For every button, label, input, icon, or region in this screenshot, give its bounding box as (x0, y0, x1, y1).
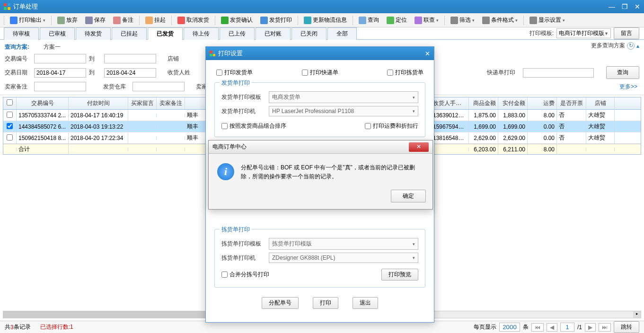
print-template-select[interactable]: 电商订单打印模版▼ (556, 28, 611, 38)
tab-已发货[interactable]: 已发货 (148, 27, 183, 40)
input-warehouse[interactable] (132, 82, 185, 91)
per-page-label: 每页显示 (474, 323, 496, 331)
toolbar-备注[interactable]: 备注 (110, 15, 136, 26)
tab-待上传[interactable]: 待上传 (184, 27, 219, 40)
unit-label: 条 (523, 323, 529, 331)
picking-print-group: 拣货单打印 拣货单打印模板 拣货单打印模版▾ 拣货单打印机 ZDesigner … (214, 229, 425, 288)
input-express-print[interactable] (523, 68, 594, 78)
col-header[interactable]: 运费 (528, 97, 557, 109)
tab-待发货[interactable]: 待发货 (76, 27, 111, 40)
col-header[interactable]: 收货人手机号 (431, 97, 469, 109)
dialog-icon (210, 51, 215, 56)
tab-全部[interactable]: 全部 (327, 27, 357, 40)
print-dialog-close-icon[interactable]: ✕ (425, 50, 430, 57)
delivery-tpl-select[interactable]: 电商发货单▾ (269, 91, 418, 103)
page-current[interactable] (560, 323, 574, 332)
print-template-label: 打印模板: (529, 29, 554, 37)
titlebar: 订单处理 — ❐ ✕ (0, 0, 644, 13)
error-close-icon[interactable]: ✕ (409, 142, 429, 152)
chk-print-picking[interactable]: 打印拣货单 (387, 69, 423, 77)
app-icon (4, 3, 10, 10)
message-button[interactable]: 留言 (614, 27, 639, 39)
total-suf: 条记录 (14, 323, 31, 331)
info-icon: i (217, 163, 234, 180)
chk-sort-by-goods[interactable]: 按照发货商品组合排序 (221, 122, 286, 130)
delivery-printer-select[interactable]: HP LaserJet Professional P1108▾ (269, 106, 418, 116)
more-search-plans[interactable]: 更多查询方案 (591, 42, 625, 50)
toolbar-放弃[interactable]: 放弃 (54, 15, 80, 26)
chk-merge-picking[interactable]: 合并分拣号打印 (221, 269, 269, 280)
tab-已对账[interactable]: 已对账 (256, 27, 291, 40)
tab-已审核[interactable]: 已审核 (40, 27, 75, 40)
toolbar-保存[interactable]: 保存 (82, 15, 108, 26)
field-trade-date: 交易日期 (5, 69, 31, 77)
toolbar-更新物流信息[interactable]: 更新物流信息 (301, 15, 350, 26)
toolbar-打印输出[interactable]: 打印输出 ▾ (7, 15, 48, 26)
field-seller-note: 卖家备注 (5, 83, 31, 91)
minimize-icon[interactable]: — (609, 3, 615, 10)
input-trade-id-to[interactable] (104, 54, 156, 63)
toolbar-查询[interactable]: 查询 (356, 15, 382, 26)
total-pre: 共 (5, 323, 10, 331)
col-header[interactable]: 店铺 (586, 97, 615, 109)
field-warehouse: 发货仓库 (103, 83, 130, 91)
tab-待审核[interactable]: 待审核 (4, 27, 39, 40)
delivery-tpl-label: 发货单打印模板 (221, 93, 264, 101)
col-header[interactable]: 买家留言 (128, 97, 157, 109)
page-last[interactable]: ⏭ (599, 323, 611, 332)
picking-printer-select[interactable]: ZDesigner GK888t (EPL)▾ (269, 253, 418, 263)
close-icon[interactable]: ✕ (635, 3, 640, 10)
page-first[interactable]: ⏮ (531, 323, 544, 332)
page-next[interactable]: ▶ (585, 323, 596, 332)
chk-print-fee-discount[interactable]: 打印运费和折扣行 (365, 122, 418, 130)
col-header[interactable]: 卖家备注 (157, 97, 185, 109)
selected-count: 已选择行数:1 (40, 323, 73, 331)
toolbar-定位[interactable]: 定位 (384, 15, 410, 26)
col-header[interactable]: 实付金额 (498, 97, 528, 109)
label-to-2: 到 (89, 69, 101, 77)
search-plan-value[interactable]: 方案一 (44, 43, 61, 51)
toolbar-取消发货[interactable]: 取消发货 (175, 15, 212, 26)
toolbar-发货打印[interactable]: 发货打印 (257, 15, 295, 26)
col-header[interactable]: 是否开票 (557, 97, 586, 109)
tab-已关闭[interactable]: 已关闭 (291, 27, 326, 40)
toolbar-挂起[interactable]: 挂起 (142, 15, 168, 26)
jump-button[interactable]: 跳转 (614, 321, 639, 333)
field-express-print: 快递单打印 (487, 69, 520, 77)
input-date-from[interactable] (34, 68, 86, 78)
input-seller-note[interactable] (34, 82, 86, 91)
page-prev[interactable]: ◀ (547, 323, 557, 332)
field-shop: 店铺 (168, 55, 191, 63)
col-header[interactable]: 商品金额 (469, 97, 498, 109)
picking-tpl-label: 拣货单打印模板 (221, 240, 264, 248)
col-header[interactable] (3, 97, 17, 109)
print-button[interactable]: 打印 (313, 297, 338, 309)
per-page-input[interactable] (499, 323, 520, 332)
error-ok-button[interactable]: 确定 (391, 190, 426, 202)
assign-number-button[interactable]: 分配单号 (262, 297, 299, 309)
input-date-to[interactable] (104, 68, 156, 78)
tab-已上传[interactable]: 已上传 (220, 27, 255, 40)
more-link[interactable]: 更多>> (619, 83, 637, 91)
picking-tpl-select[interactable]: 拣货单打印模版▾ (269, 238, 418, 250)
input-trade-id[interactable] (34, 54, 86, 63)
print-preview-button[interactable]: 打印预览 (381, 269, 418, 280)
toolbar-发货确认[interactable]: 发货确认 (218, 15, 256, 26)
collapse-icon[interactable]: ▴ (636, 43, 639, 49)
chk-print-express[interactable]: 打印快递单 (302, 69, 338, 77)
exit-button[interactable]: 退出 (353, 297, 378, 309)
maximize-icon[interactable]: ❐ (622, 3, 628, 10)
window-title: 订单处理 (13, 2, 609, 11)
picking-printer-label: 拣货单打印机 (221, 254, 264, 262)
col-header[interactable]: 付款时间 (69, 97, 128, 109)
query-button[interactable]: 查询 (606, 66, 639, 79)
toolbar-条件格式[interactable]: 条件格式 ▾ (479, 15, 520, 26)
col-header[interactable]: 交易编号 (17, 97, 69, 109)
toolbar-筛选[interactable]: 筛选 ▾ (448, 15, 477, 26)
toolbar-显示设置[interactable]: 显示设置 ▾ (527, 15, 568, 26)
picking-legend: 拣货单打印 (220, 226, 252, 234)
toolbar-联查[interactable]: 联查 ▾ (412, 15, 441, 26)
refresh-icon[interactable]: ↻ (627, 42, 635, 50)
tab-已挂起[interactable]: 已挂起 (112, 27, 147, 40)
chk-print-delivery[interactable]: 打印发货单 (216, 69, 253, 77)
